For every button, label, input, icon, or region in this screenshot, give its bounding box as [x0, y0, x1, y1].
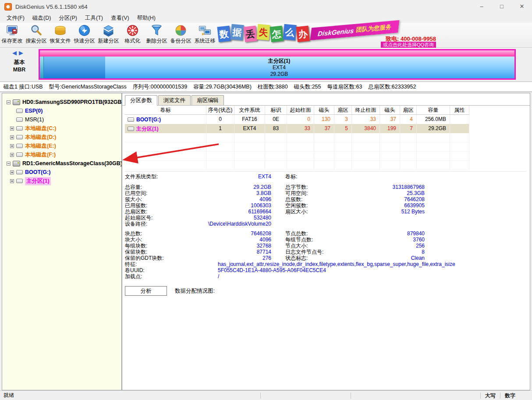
format-icon	[126, 24, 139, 37]
analyze-section: 分析 数据分配情况图:	[125, 286, 215, 296]
tab-partition-params[interactable]: 分区参数	[125, 95, 157, 106]
selected-tree-item: 主分区(1)	[25, 177, 51, 185]
disk-scheme-label: 基本 MBR	[7, 59, 32, 74]
analyze-button[interactable]: 分析	[125, 286, 167, 296]
promo-tile: 失	[257, 24, 270, 40]
system-migration-icon	[199, 24, 211, 37]
status-ready: 就绪	[4, 392, 14, 399]
tree-node-rd1[interactable]: RD1:GenericMassStorageClass(30GB)	[2, 159, 121, 168]
nav-right-icon[interactable]: ▶	[19, 50, 23, 56]
tree-node-disk-d[interactable]: 本地磁盘(D:)	[2, 133, 121, 142]
qq-consult-link[interactable]: 或点击此处选择QQ咨询	[381, 42, 436, 48]
detail-row: 簇大小:4096总簇数:7646208	[125, 196, 526, 202]
statusbar-pane	[261, 391, 351, 400]
overview-primary-partition[interactable]: 主分区(1) EXT4 29.2GB	[44, 57, 514, 78]
save-changes-button[interactable]: 保存更改	[0, 23, 24, 45]
tree-node-primary-partition[interactable]: 主分区(1)	[2, 177, 121, 185]
tree-node-disk-f[interactable]: 本地磁盘(F:)	[2, 150, 121, 159]
detail-row: 每组块数:32768节点大小:256	[125, 243, 526, 249]
tab-browse-files[interactable]: 浏览文件	[158, 95, 191, 105]
disk-icon	[13, 99, 20, 105]
promo-banner[interactable]: 数 据 丢 失 怎 么 办 ！ DiskGenius 团队为您服务 致电: 40…	[218, 24, 437, 47]
collapse-icon[interactable]	[7, 162, 11, 166]
statusbar: 就绪 大写 数字	[0, 390, 532, 400]
uuid-row: 卷UUID:5F055C4D-1E1A-4880-A595-A06F04EC5C…	[125, 267, 526, 273]
volume-label-label: 卷标:	[285, 173, 351, 180]
nav-left-icon[interactable]: ◀	[12, 50, 17, 56]
minimize-button[interactable]: –	[472, 0, 492, 13]
menu-view[interactable]: 查看(V)	[107, 14, 133, 23]
new-partition-button[interactable]: 新建分区	[96, 23, 121, 45]
slogan-text: 团队为您服务	[355, 23, 392, 34]
detail-row: 保留块数:87714日志文件节点号:8	[125, 249, 526, 255]
detail-row: 起始扇区号:532480	[125, 215, 526, 221]
detail-row: 总容量:29.2GB总字节数:31318867968	[125, 184, 526, 190]
partition-icon	[16, 170, 23, 174]
detail-panel: 分区参数 浏览文件 扇区编辑 卷标 序号(状态) 文件系统 标识 起始柱面 磁头…	[122, 93, 530, 390]
close-button[interactable]: ✕	[512, 0, 532, 13]
expand-icon[interactable]	[10, 179, 14, 183]
detail-row: 块大小:4096每组节点数:3760	[125, 237, 526, 243]
tree-node-esp[interactable]: ESP(0)	[2, 106, 121, 115]
expand-icon[interactable]	[10, 127, 14, 131]
disk-partition-bar: 主分区(1) EXT4 29.2GB	[39, 49, 516, 80]
table-row-boot[interactable]: BOOT(G:) 0 FAT16 0E 0 130 3 33 37 4 256.…	[125, 115, 469, 124]
system-migration-button[interactable]: 系统迁移	[193, 23, 217, 45]
tab-sector-edit[interactable]: 扇区编辑	[192, 95, 224, 105]
tree-node-msr[interactable]: MSR(1)	[2, 115, 121, 124]
partition-icon	[16, 117, 23, 122]
expand-icon[interactable]	[10, 135, 14, 139]
partition-overview: ◀▶ 基本 MBR 主分区(1) EXT4 29.2GB	[0, 48, 532, 81]
quick-partition-icon	[78, 24, 91, 37]
partition-icon	[16, 126, 23, 131]
menu-disk[interactable]: 磁盘(D)	[28, 14, 55, 23]
partition-icon	[16, 109, 23, 113]
statusbar-pane	[351, 391, 480, 400]
format-button[interactable]: 格式化	[121, 23, 145, 45]
promo-tile: 数	[217, 26, 231, 42]
features-row: 特征:has_journal,ext_attr,resize_inode,dir…	[125, 261, 526, 267]
menu-help[interactable]: 帮助(H)	[133, 14, 160, 23]
tree-node-disk-c[interactable]: 本地磁盘(C:)	[2, 124, 121, 133]
tree-node-boot-g[interactable]: BOOT(G:)	[2, 168, 121, 177]
overview-boot-partition[interactable]	[40, 57, 44, 78]
titlebar: DiskGenius V5.6.1.1580 x64 – □ ✕	[0, 0, 532, 13]
maximize-button[interactable]: □	[492, 0, 512, 13]
partition-icon	[16, 152, 23, 157]
search-partition-icon	[30, 24, 43, 37]
menu-partition[interactable]: 分区(P)	[55, 14, 81, 23]
search-partition-button[interactable]: 搜索分区	[24, 23, 48, 45]
quick-partition-button[interactable]: 快速分区	[72, 23, 96, 45]
allocation-map-caption: 数据分配情况图:	[175, 287, 215, 295]
fs-type-value: EXT4	[191, 173, 271, 180]
table-empty-row	[125, 133, 469, 142]
app-logo-icon	[4, 3, 12, 11]
backup-partition-button[interactable]: 备份分区	[169, 23, 193, 45]
new-partition-icon	[102, 24, 115, 37]
expand-icon[interactable]	[10, 170, 14, 174]
menu-tools[interactable]: 工具(T)	[81, 14, 107, 23]
table-empty-row	[125, 161, 469, 170]
partition-icon	[128, 127, 134, 131]
partition-icon	[128, 117, 134, 122]
tree-node-hd0[interactable]: HD0:SamsungSSD990PRO1TB(932GB	[2, 98, 121, 106]
expand-icon[interactable]	[10, 153, 14, 157]
tree-node-disk-e[interactable]: 本地磁盘(E:)	[2, 142, 121, 150]
menu-file[interactable]: 文件(F)	[3, 14, 28, 23]
collapse-icon[interactable]	[7, 100, 11, 104]
expand-icon[interactable]	[10, 144, 14, 148]
detail-row: 设备路径:\Device\HarddiskVolume20	[125, 221, 526, 227]
volume-details: 文件系统类型: EXT4 卷标: 总容量:29.2GB总字节数:31318867…	[125, 171, 526, 280]
detail-row: 块总数:7646208节点总数:879840	[125, 230, 526, 237]
menubar: 文件(F) 磁盘(D) 分区(P) 工具(T) 查看(V) 帮助(H)	[0, 13, 532, 23]
table-row-primary-selected[interactable]: 主分区(1) 1 EXT4 83 33 37 5 3840 199 7 29.2…	[125, 124, 469, 133]
disk-header-band	[40, 50, 514, 57]
overview-nav: ◀▶	[12, 50, 25, 56]
promo-tile: 怎	[270, 26, 284, 42]
num-indicator: 数字	[500, 391, 520, 400]
recover-files-button[interactable]: 恢复文件	[48, 23, 72, 45]
detail-row: 已用簇数:1006303空闲簇数:6639905	[125, 202, 526, 209]
partition-icon	[16, 135, 23, 139]
delete-partition-button[interactable]: 删除分区	[145, 23, 169, 45]
detail-row: 保留的GDT块数:276状态标志:Clean	[125, 255, 526, 261]
